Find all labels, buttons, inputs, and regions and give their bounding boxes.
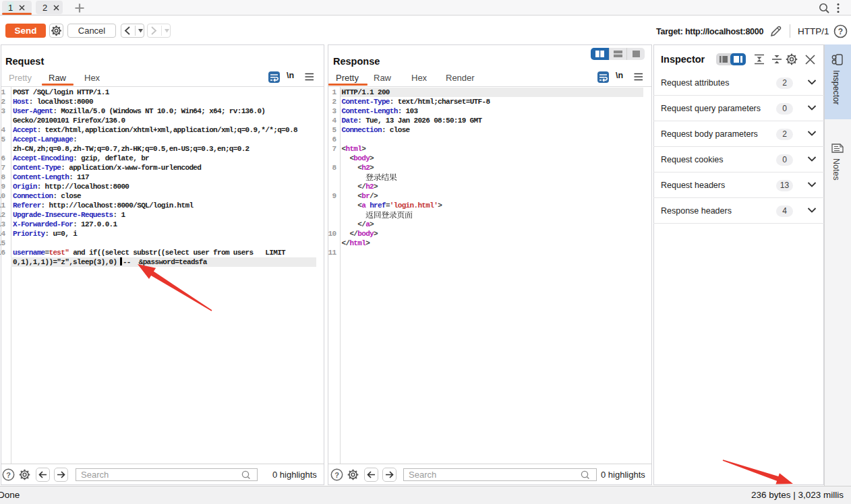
- svg-text:?: ?: [838, 27, 843, 36]
- svg-text:?: ?: [6, 471, 11, 479]
- svg-text:?: ?: [334, 471, 339, 479]
